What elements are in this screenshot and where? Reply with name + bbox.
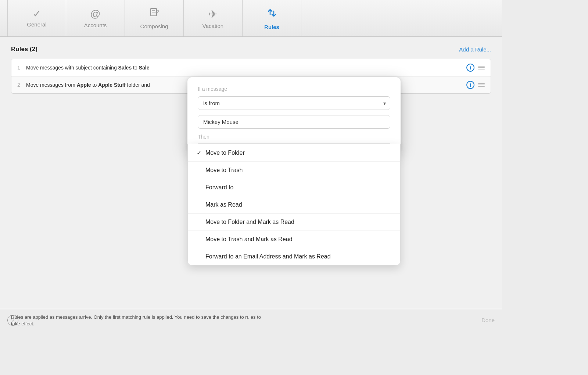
tab-general[interactable]: ✓ General <box>7 0 66 36</box>
rule-actions-2: i <box>466 81 485 89</box>
toolbar: ✓ General @ Accounts Composing ✈ Vacatio… <box>0 0 502 37</box>
tab-vacation-label: Vacation <box>202 23 223 29</box>
then-label: Then <box>198 134 390 144</box>
add-rule-link[interactable]: Add a Rule... <box>459 46 491 53</box>
tab-rules[interactable]: Rules <box>243 0 301 36</box>
drag-handle-1[interactable] <box>478 66 485 69</box>
table-row: 1 Move messages with subject containing … <box>11 59 491 76</box>
dropdown-item-move-to-folder[interactable]: ✓ Move to Folder <box>188 144 400 162</box>
tab-composing[interactable]: Composing <box>125 0 184 36</box>
action-dropdown-menu: ✓ Move to Folder Move to Trash Forward t… <box>187 144 401 265</box>
arrows-icon <box>266 7 278 22</box>
rules-header: Rules (2) <box>11 46 491 53</box>
rule-editor-inner: If a message is from subject contains is… <box>187 77 401 151</box>
dropdown-item-label: Move to Folder and Mark as Read <box>205 219 294 225</box>
dropdown-item-move-to-trash[interactable]: Move to Trash <box>188 162 400 179</box>
condition-row: is from subject contains is to ▾ <box>198 96 390 110</box>
rule-text-1: Move messages with subject containing Sa… <box>26 65 463 71</box>
tab-general-label: General <box>27 21 46 28</box>
tab-accounts[interactable]: @ Accounts <box>66 0 125 36</box>
dropdown-item-trash-and-mark[interactable]: Move to Trash and Mark as Read <box>188 231 400 248</box>
tab-composing-label: Composing <box>140 23 168 29</box>
dropdown-item-forward-to[interactable]: Forward to <box>188 179 400 196</box>
tab-vacation[interactable]: ✈ Vacation <box>184 0 243 36</box>
at-icon: @ <box>90 8 100 20</box>
checkmark-icon: ✓ <box>197 149 205 156</box>
dropdown-item-move-and-mark[interactable]: Move to Folder and Mark as Read <box>188 214 400 231</box>
condition-input[interactable] <box>198 115 390 129</box>
footer-note: Rules are applied as messages arrive. On… <box>11 314 268 327</box>
pencil-icon <box>149 7 160 21</box>
rule-number-1: 1 <box>17 65 26 71</box>
condition-select[interactable]: is from subject contains is to <box>198 96 390 110</box>
rule-actions-1: i <box>466 64 485 72</box>
info-button-1[interactable]: i <box>466 64 474 72</box>
dropdown-item-label: Move to Trash <box>205 167 243 174</box>
rule-editor-popup: If a message is from subject contains is… <box>187 77 401 151</box>
tab-rules-label: Rules <box>264 24 279 30</box>
rule-number-2: 2 <box>17 82 26 88</box>
condition-select-wrapper: is from subject contains is to ▾ <box>198 96 390 110</box>
dropdown-item-label: Move to Trash and Mark as Read <box>205 236 293 243</box>
dropdown-item-label: Forward to an Email Address and Mark as … <box>205 253 331 260</box>
drag-handle-2[interactable] <box>478 83 485 87</box>
condition-label: If a message <box>198 86 390 92</box>
dropdown-item-label: Mark as Read <box>205 201 242 208</box>
tab-accounts-label: Accounts <box>84 22 107 28</box>
dropdown-item-label: Forward to <box>205 184 233 191</box>
airplane-icon: ✈ <box>208 8 218 21</box>
rule-editor-content: If a message is from subject contains is… <box>198 86 390 144</box>
main-content: Rules (2) Add a Rule... 1 Move messages … <box>0 37 502 309</box>
input-row <box>198 115 390 129</box>
dropdown-item-label: Move to Folder <box>205 150 245 156</box>
done-button[interactable]: Done <box>481 317 495 323</box>
info-button-2[interactable]: i <box>466 81 474 89</box>
dropdown-item-mark-as-read[interactable]: Mark as Read <box>188 196 400 214</box>
checkmark-icon: ✓ <box>33 9 41 19</box>
dropdown-item-forward-email-mark[interactable]: Forward to an Email Address and Mark as … <box>188 248 400 265</box>
